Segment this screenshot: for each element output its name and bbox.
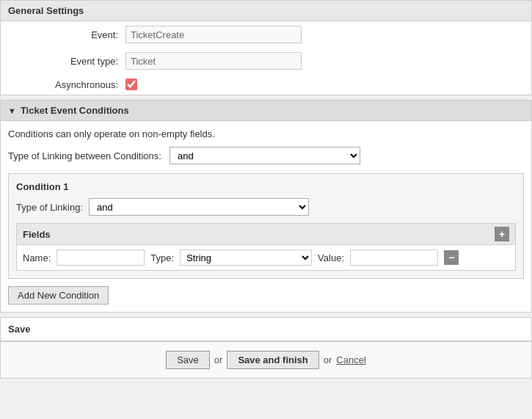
condition-1-linking-label: Type of Linking: <box>16 202 83 213</box>
event-row: Event: <box>1 21 531 48</box>
asynchronous-label: Asynchronous: <box>8 79 125 90</box>
fields-title: Fields <box>23 229 51 240</box>
remove-field-button[interactable]: − <box>444 250 459 265</box>
cancel-label: Cancel <box>336 354 365 365</box>
linking-between-conditions-row: Type of Linking between Conditions: and … <box>8 147 524 164</box>
save-section: Save <box>0 317 532 341</box>
field-name-label: Name: <box>23 252 51 263</box>
event-type-label: Event type: <box>8 56 125 67</box>
general-settings-title: General Settings <box>8 5 84 16</box>
fields-header: Fields + <box>17 224 515 245</box>
save-bar: Save or Save and finish or Cancel <box>0 341 532 379</box>
fields-box: Fields + Name: Type: String Integer Date… <box>16 223 516 271</box>
condition-1-box: Condition 1 Type of Linking: and or Fiel… <box>8 173 524 279</box>
event-input[interactable] <box>125 26 302 43</box>
general-settings-section: General Settings Event: Event type: Asyn… <box>0 0 532 95</box>
field-row-1: Name: Type: String Integer Date DateTime… <box>17 245 515 270</box>
add-new-condition-label: Add New Condition <box>18 290 99 301</box>
event-type-row: Event type: <box>1 48 531 74</box>
conditions-info: Conditions can only operate on non-empty… <box>8 128 524 139</box>
field-value-label: Value: <box>318 252 344 263</box>
linking-between-label: Type of Linking between Conditions: <box>8 150 170 161</box>
general-settings-header: General Settings <box>1 1 531 21</box>
field-value-input[interactable] <box>350 249 438 266</box>
condition-1-linking-select[interactable]: and or <box>89 198 309 216</box>
condition-1-title: Condition 1 <box>16 181 516 192</box>
save-label: Save <box>177 354 199 365</box>
event-type-input[interactable] <box>125 52 302 70</box>
add-field-button[interactable]: + <box>495 227 509 241</box>
linking-between-select[interactable]: and or <box>170 147 360 164</box>
save-section-header: Save <box>8 324 524 335</box>
field-type-label: Type: <box>150 252 174 263</box>
cancel-link[interactable]: Cancel <box>336 354 365 365</box>
save-finish-label: Save and finish <box>238 354 307 365</box>
event-label: Event: <box>8 29 125 40</box>
save-finish-button[interactable]: Save and finish <box>227 351 318 369</box>
ticket-event-conditions-title: Ticket Event Conditions <box>21 105 129 116</box>
field-name-input[interactable] <box>57 249 145 266</box>
or-text-2: or <box>324 354 332 365</box>
ticket-event-conditions-header[interactable]: ▼ Ticket Event Conditions <box>1 101 531 121</box>
ticket-event-conditions-section: ▼ Ticket Event Conditions Conditions can… <box>0 100 532 313</box>
or-text-1: or <box>214 354 223 365</box>
asynchronous-row: Asynchronous: <box>1 74 531 95</box>
condition-1-linking-row: Type of Linking: and or <box>16 198 516 216</box>
collapse-icon: ▼ <box>8 106 16 115</box>
asynchronous-checkbox[interactable] <box>125 79 137 90</box>
conditions-body: Conditions can only operate on non-empty… <box>1 121 531 312</box>
field-type-select[interactable]: String Integer Date DateTime <box>180 249 312 266</box>
save-button[interactable]: Save <box>166 351 210 369</box>
add-new-condition-button[interactable]: Add New Condition <box>8 286 109 305</box>
